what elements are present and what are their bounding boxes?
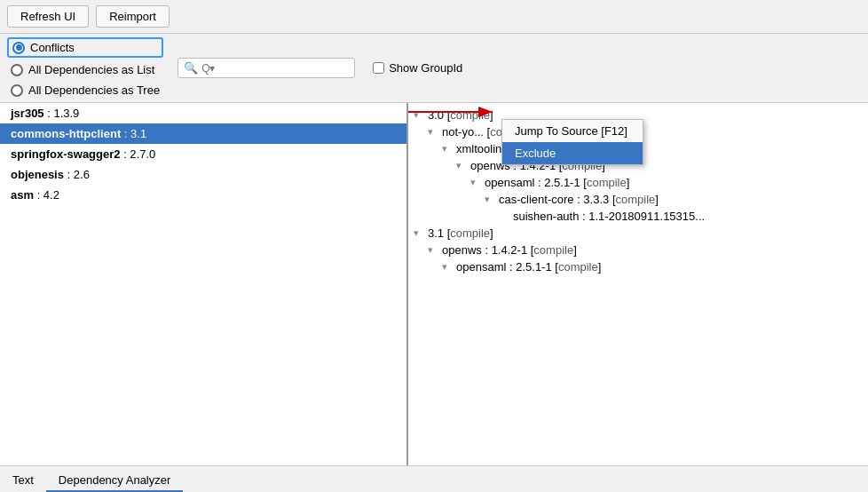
chevron-icon: ▾ bbox=[428, 244, 438, 256]
chevron-icon: ▾ bbox=[414, 109, 424, 121]
radio-conflicts-input[interactable] bbox=[12, 42, 25, 54]
tree-item[interactable]: ▾ openws : 1.4.2-1 [compile] bbox=[408, 242, 868, 258]
search-input[interactable] bbox=[201, 62, 349, 75]
tree-item[interactable]: ▾ cas-client-core : 3.3.3 [compile] bbox=[408, 191, 868, 208]
right-panel: ▾ 3.0 [compile] ▾ not-yo... [compile] ▾ … bbox=[408, 103, 868, 465]
dep-name: jsr305 bbox=[11, 107, 44, 120]
context-menu: Jump To Source [F12] Exclude bbox=[501, 119, 643, 165]
show-groupid-label: Show GroupId bbox=[389, 61, 462, 75]
chevron-icon: ▾ bbox=[456, 160, 467, 171]
tree-item-text: opensaml : 2.5.1-1 [compile] bbox=[456, 260, 601, 274]
dep-name: objenesis bbox=[11, 168, 64, 181]
search-box[interactable]: 🔍 bbox=[178, 58, 355, 78]
tree-item[interactable]: ▾ 3.1 [compile] bbox=[408, 225, 868, 242]
dep-version: : 2.7.0 bbox=[121, 147, 156, 161]
context-menu-item-jump[interactable]: Jump To Source [F12] bbox=[502, 120, 643, 142]
dep-name: commons-httpclient bbox=[11, 127, 121, 140]
tree-item[interactable]: suishen-auth : 1.1-20180911.15315... bbox=[408, 208, 868, 225]
toolbar: Refresh UI Reimport bbox=[0, 0, 868, 34]
radio-all-deps-list-label: All Dependencies as List bbox=[28, 63, 154, 76]
tab-dependency-analyzer[interactable]: Dependency Analyzer bbox=[46, 470, 183, 492]
chevron-icon: ▾ bbox=[485, 194, 495, 205]
options-row: Conflicts All Dependencies as List All D… bbox=[0, 34, 868, 102]
tree-item-text: opensaml : 2.5.1-1 [compile] bbox=[485, 176, 629, 189]
context-menu-item-exclude[interactable]: Exclude bbox=[502, 142, 643, 164]
radio-all-deps-tree-label: All Dependencies as Tree bbox=[28, 83, 160, 97]
tab-text[interactable]: Text bbox=[0, 470, 46, 492]
chevron-icon: ▾ bbox=[470, 177, 481, 188]
dep-name: springfox-swagger2 bbox=[11, 147, 121, 161]
dep-version: : 4.2 bbox=[34, 188, 59, 202]
reimport-button[interactable]: Reimport bbox=[96, 5, 170, 28]
show-groupid-checkbox[interactable]: Show GroupId bbox=[373, 61, 462, 75]
dep-version: : 3.1 bbox=[121, 127, 146, 140]
tree-item[interactable]: ▾ opensaml : 2.5.1-1 [compile] bbox=[408, 258, 868, 275]
radio-conflicts[interactable]: Conflicts bbox=[7, 37, 163, 58]
radio-all-deps-tree-input[interactable] bbox=[11, 84, 23, 97]
chevron-icon: ▾ bbox=[428, 126, 438, 138]
tree-item[interactable]: ▾ opensaml : 2.5.1-1 [compile] bbox=[408, 174, 868, 191]
tree-item-text: 3.0 [compile] bbox=[428, 108, 493, 122]
radio-all-deps-list-input[interactable] bbox=[11, 64, 23, 76]
dep-version: : 1.3.9 bbox=[44, 107, 80, 120]
list-item[interactable]: springfox-swagger2 : 2.7.0 bbox=[0, 144, 406, 164]
refresh-ui-button[interactable]: Refresh UI bbox=[7, 5, 89, 28]
chevron-icon: ▾ bbox=[442, 261, 453, 273]
tree-item-text: openws : 1.4.2-1 [compile] bbox=[442, 243, 577, 257]
tree-item-text: cas-client-core : 3.3.3 [compile] bbox=[499, 193, 659, 206]
list-item[interactable]: commons-httpclient : 3.1 bbox=[0, 123, 406, 144]
bottom-bar: Text Dependency Analyzer bbox=[0, 465, 868, 492]
dep-name: asm bbox=[11, 188, 34, 202]
main-content: jsr305 : 1.3.9 commons-httpclient : 3.1 … bbox=[0, 102, 868, 465]
chevron-icon: ▾ bbox=[414, 227, 424, 239]
chevron-icon: ▾ bbox=[442, 143, 453, 155]
radio-group: Conflicts All Dependencies as List All D… bbox=[7, 37, 163, 99]
tree-item-text: suishen-auth : 1.1-20180911.15315... bbox=[513, 210, 705, 223]
radio-all-deps-tree[interactable]: All Dependencies as Tree bbox=[7, 82, 163, 99]
search-icon: 🔍 bbox=[184, 61, 198, 75]
tree-item-text: 3.1 [compile] bbox=[428, 226, 493, 240]
dep-version: : 2.6 bbox=[64, 168, 90, 181]
radio-conflicts-label: Conflicts bbox=[30, 41, 75, 54]
list-item[interactable]: asm : 4.2 bbox=[0, 185, 406, 205]
show-groupid-input[interactable] bbox=[373, 62, 384, 74]
list-item[interactable]: jsr305 : 1.3.9 bbox=[0, 103, 406, 123]
list-item[interactable]: objenesis : 2.6 bbox=[0, 164, 406, 185]
left-panel: jsr305 : 1.3.9 commons-httpclient : 3.1 … bbox=[0, 103, 408, 465]
radio-all-deps-list[interactable]: All Dependencies as List bbox=[7, 61, 163, 78]
